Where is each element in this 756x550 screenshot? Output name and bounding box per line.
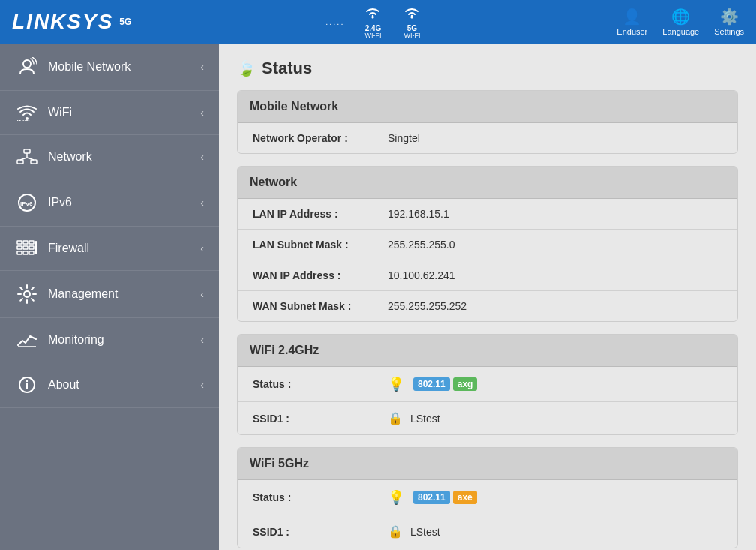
sidebar-label-mobile-network: Mobile Network bbox=[48, 60, 200, 74]
wifi-5g-type: WI-FI bbox=[404, 32, 420, 40]
management-icon bbox=[15, 284, 39, 304]
sidebar-item-network[interactable]: Network ‹ bbox=[0, 135, 219, 179]
wifi-5-badge-main: 802.11 bbox=[413, 491, 450, 504]
svg-rect-20 bbox=[23, 251, 28, 254]
main-layout: Mobile Network ‹ WiFi WiFi ‹ bbox=[0, 44, 756, 550]
svg-rect-15 bbox=[29, 241, 34, 244]
svg-point-23 bbox=[24, 291, 30, 297]
wifi-5-ssid-row: SSID1 : 🔒 LStest bbox=[238, 515, 737, 548]
wifi-24-status-row: Status : 💡 802.11 axg bbox=[238, 367, 737, 402]
wifi-5-ssid-label: SSID1 : bbox=[253, 526, 388, 538]
svg-point-2 bbox=[23, 60, 31, 68]
sidebar-label-management: Management bbox=[48, 287, 200, 301]
wan-subnet-value: 255.255.255.252 bbox=[388, 300, 466, 312]
wifi-5-status-row: Status : 💡 802.11 axe bbox=[238, 480, 737, 515]
wifi-5-ssid-value: LStest bbox=[410, 526, 440, 538]
svg-rect-17 bbox=[23, 246, 28, 249]
lan-ip-value: 192.168.15.1 bbox=[388, 208, 449, 220]
svg-line-9 bbox=[20, 158, 27, 160]
wifi-2g-icon bbox=[362, 4, 383, 24]
lan-subnet-value: 255.255.255.0 bbox=[388, 239, 455, 251]
logo-badge: 5G bbox=[119, 17, 131, 27]
network-operator-row: Network Operator : Singtel bbox=[238, 123, 737, 153]
sidebar-item-about[interactable]: About ‹ bbox=[0, 362, 219, 408]
firewall-icon bbox=[15, 240, 39, 257]
svg-rect-6 bbox=[17, 160, 23, 164]
settings-button[interactable]: ⚙️ Settings bbox=[714, 8, 744, 36]
wifi-24-card-header: WiFi 2.4GHz bbox=[238, 335, 737, 367]
wifi-2g-label: 2.4G WI-FI bbox=[362, 4, 383, 40]
wan-ip-value: 10.100.62.241 bbox=[388, 269, 455, 281]
sidebar-label-about: About bbox=[48, 378, 200, 392]
wifi-24-ssid-value-area: 🔒 LStest bbox=[388, 411, 440, 425]
chevron-network: ‹ bbox=[200, 151, 204, 163]
svg-rect-13 bbox=[17, 241, 22, 244]
mobile-network-card-header: Mobile Network bbox=[238, 91, 737, 123]
wan-ip-label: WAN IP Address : bbox=[253, 269, 388, 281]
content-area: 🍃 Status Mobile Network Network Operator… bbox=[219, 44, 756, 550]
mobile-network-card: Mobile Network Network Operator : Singte… bbox=[237, 90, 738, 154]
language-icon: 🌐 bbox=[671, 8, 690, 26]
enduser-icon: 👤 bbox=[622, 8, 641, 26]
header: LINKSYS 5G ..... 2.4G WI-FI bbox=[0, 0, 756, 44]
svg-rect-21 bbox=[29, 251, 34, 254]
enduser-button[interactable]: 👤 Enduser bbox=[616, 8, 647, 36]
page-title: Status bbox=[262, 59, 312, 78]
wifi-24-lock-icon: 🔒 bbox=[388, 411, 403, 425]
logo-area: LINKSYS 5G bbox=[12, 10, 131, 34]
network-card: Network LAN IP Address : 192.168.15.1 LA… bbox=[237, 166, 738, 322]
svg-line-10 bbox=[27, 158, 34, 160]
sidebar-item-management[interactable]: Management ‹ bbox=[0, 271, 219, 318]
wifi-24-ssid-row: SSID1 : 🔒 LStest bbox=[238, 402, 737, 434]
chevron-wifi: ‹ bbox=[200, 107, 204, 119]
wifi-5-status-badges: 💡 802.11 axe bbox=[388, 489, 477, 506]
language-button[interactable]: 🌐 Language bbox=[662, 8, 699, 36]
svg-rect-5 bbox=[24, 149, 30, 153]
svg-text:IPv6: IPv6 bbox=[20, 200, 33, 207]
network-operator-label: Network Operator : bbox=[253, 132, 388, 144]
svg-point-1 bbox=[411, 16, 413, 18]
wifi-24-status-light: 💡 bbox=[388, 376, 404, 392]
header-center: ..... 2.4G WI-FI bbox=[131, 4, 616, 40]
sidebar-item-ipv6[interactable]: IPv6 IPv6 ‹ bbox=[0, 179, 219, 227]
svg-rect-16 bbox=[17, 246, 22, 249]
sidebar-label-wifi: WiFi bbox=[48, 106, 200, 119]
wifi-5-badge-sub: axe bbox=[453, 491, 477, 504]
sidebar: Mobile Network ‹ WiFi WiFi ‹ bbox=[0, 44, 219, 550]
wifi-24-status-badges: 💡 802.11 axg bbox=[388, 376, 477, 392]
status-leaf-icon: 🍃 bbox=[237, 59, 256, 77]
sidebar-label-ipv6: IPv6 bbox=[48, 196, 200, 209]
network-card-header: Network bbox=[238, 167, 737, 199]
language-label: Language bbox=[662, 27, 699, 36]
chevron-ipv6: ‹ bbox=[200, 197, 204, 209]
svg-rect-22 bbox=[35, 241, 37, 254]
svg-rect-18 bbox=[29, 246, 34, 249]
wan-ip-row: WAN IP Address : 10.100.62.241 bbox=[238, 260, 737, 291]
page-title-area: 🍃 Status bbox=[237, 59, 738, 78]
wifi-icon: WiFi bbox=[15, 104, 39, 121]
wifi-5-status-label: Status : bbox=[253, 491, 388, 503]
sidebar-label-network: Network bbox=[48, 150, 200, 164]
header-right: 👤 Enduser 🌐 Language ⚙️ Settings bbox=[616, 8, 744, 36]
svg-text:WiFi: WiFi bbox=[17, 119, 30, 121]
sidebar-item-mobile-network[interactable]: Mobile Network ‹ bbox=[0, 44, 219, 91]
svg-rect-7 bbox=[31, 160, 37, 164]
sidebar-item-wifi[interactable]: WiFi WiFi ‹ bbox=[0, 91, 219, 135]
lan-ip-label: LAN IP Address : bbox=[253, 208, 388, 220]
sidebar-item-firewall[interactable]: Firewall ‹ bbox=[0, 227, 219, 271]
wifi-5-status-light: 💡 bbox=[388, 489, 404, 506]
svg-rect-14 bbox=[23, 241, 28, 244]
sidebar-item-monitoring[interactable]: Monitoring ‹ bbox=[0, 318, 219, 362]
about-icon bbox=[15, 376, 39, 394]
monitoring-icon bbox=[15, 332, 39, 348]
wifi-2g-type: WI-FI bbox=[364, 32, 381, 40]
lan-subnet-row: LAN Subnet Mask : 255.255.255.0 bbox=[238, 230, 737, 260]
svg-point-27 bbox=[26, 380, 28, 382]
ipv6-icon: IPv6 bbox=[15, 193, 39, 212]
lan-subnet-label: LAN Subnet Mask : bbox=[253, 239, 388, 251]
wifi-24-card: WiFi 2.4GHz Status : 💡 802.11 axg SSID1 … bbox=[237, 334, 738, 435]
enduser-label: Enduser bbox=[616, 27, 647, 36]
wifi-5g-icon bbox=[401, 4, 422, 24]
wifi-24-badge-sub: axg bbox=[453, 377, 478, 391]
wifi-5-card: WiFi 5GHz Status : 💡 802.11 axe SSID1 : … bbox=[237, 447, 738, 548]
